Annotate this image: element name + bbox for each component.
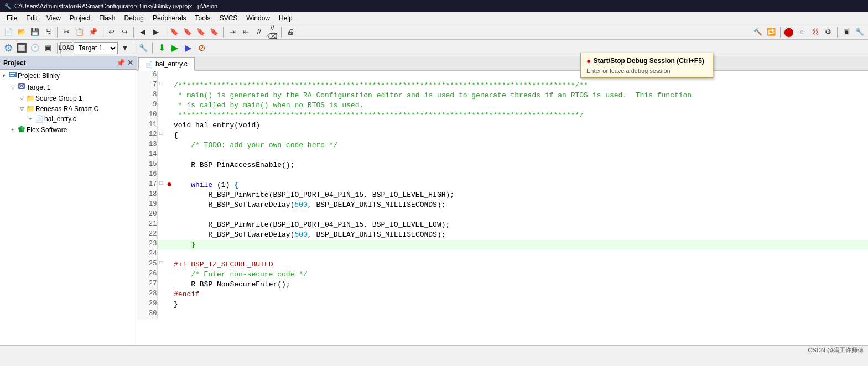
breakpoint-cell[interactable] [165, 210, 174, 220]
pin-config-btn[interactable]: 🔲 [15, 42, 28, 54]
breakpoint-cell[interactable] [165, 121, 174, 130]
more1-btn[interactable]: ▣ [42, 42, 54, 54]
breakpoint-cell[interactable] [165, 270, 174, 280]
tree-item-renesas-ra[interactable]: ▽📁Renesas RA Smart C [0, 103, 137, 114]
fold-marker[interactable]: □ [157, 180, 165, 190]
undo-btn[interactable]: ↩ [105, 26, 117, 38]
tree-toggle[interactable]: ▽ [18, 106, 25, 112]
fold-marker[interactable]: □ [157, 81, 165, 91]
code-line-30: 30 [137, 310, 868, 320]
breakpoint-cell[interactable] [165, 280, 174, 290]
tree-toggle[interactable]: ▽ [9, 85, 17, 90]
fwd-btn[interactable]: ▶ [150, 26, 162, 38]
build-target-btn[interactable]: 🔨 [752, 26, 764, 38]
bookmark3-btn[interactable]: 🔖 [195, 26, 207, 38]
breakpoint-cell[interactable] [165, 81, 174, 91]
menu-item-flash[interactable]: Flash [95, 13, 119, 23]
target-select[interactable]: Target 1 [74, 42, 118, 54]
config-btn[interactable]: 🔧 [854, 26, 866, 38]
clock-config-btn[interactable]: 🕐 [29, 42, 41, 54]
breakpoint-cell[interactable] [165, 300, 174, 310]
tree-item-project-blinky[interactable]: ▼Project: Blinky [0, 70, 137, 81]
breakpoint-cell[interactable] [165, 200, 174, 210]
redo-btn[interactable]: ↪ [118, 26, 131, 38]
bookmark4-btn[interactable]: 🔖 [208, 26, 220, 38]
breakpoint-cell[interactable] [165, 111, 174, 121]
open-btn[interactable]: 📂 [15, 26, 28, 38]
breakpoint-cell[interactable] [165, 91, 174, 101]
tree-item-target-1[interactable]: ▽Target 1 [0, 81, 137, 93]
connect-btn[interactable]: ⛓ [809, 26, 821, 38]
breakpoint-cell[interactable] [165, 160, 174, 170]
breakpoint-cell[interactable] [165, 260, 174, 270]
tab-hal-entry-tab[interactable]: 📄hal_entry.c [138, 57, 195, 71]
close-icon[interactable]: ✕ [127, 59, 133, 67]
debug-start-btn[interactable]: ▶ [182, 42, 194, 54]
menu-item-tools[interactable]: Tools [191, 13, 215, 23]
tree-toggle[interactable]: + [9, 127, 17, 133]
paste-btn[interactable]: 📌 [87, 26, 99, 38]
back-btn[interactable]: ◀ [137, 26, 149, 38]
manage-btn[interactable]: 🔧 [137, 42, 149, 54]
target-options-btn[interactable]: ▼ [119, 42, 131, 54]
bookmark1-btn[interactable]: 🔖 [168, 26, 180, 38]
indent-btn[interactable]: ⇥ [226, 26, 238, 38]
tree-item-source-group-1[interactable]: ▽📁Source Group 1 [0, 93, 137, 103]
breakpoint-cell[interactable] [165, 230, 174, 240]
save-btn[interactable]: 💾 [29, 26, 41, 38]
breakpoint-cell[interactable] [165, 220, 174, 230]
uncomment-btn[interactable]: //⌫ [266, 26, 278, 38]
tree-item-hal-entry[interactable]: +📄hal_entry.c [0, 114, 137, 124]
breakpoint-cell[interactable] [165, 190, 174, 200]
code-line-14: 14 [137, 150, 868, 160]
tree-item-flex-software[interactable]: +Flex Software [0, 124, 137, 135]
breakpoint-cell[interactable] [165, 290, 174, 300]
menu-item-debug[interactable]: Debug [120, 13, 148, 23]
cut-btn[interactable]: ✂ [60, 26, 72, 38]
breakpoint-cell[interactable] [165, 240, 174, 250]
breakpoint-cell[interactable] [165, 250, 174, 260]
breakpoint-cell[interactable] [165, 150, 174, 160]
download-btn[interactable]: ⬇ [155, 42, 168, 54]
menu-item-window[interactable]: Window [242, 13, 274, 23]
bookmark2-btn[interactable]: 🔖 [181, 26, 194, 38]
new-btn[interactable]: 📄 [2, 26, 14, 38]
menu-item-edit[interactable]: Edit [22, 13, 42, 23]
copy-btn[interactable]: 📋 [74, 26, 86, 38]
comment-btn[interactable]: // [253, 26, 265, 38]
stop-debug-btn[interactable]: ⬤ [783, 27, 794, 38]
pin-icon[interactable]: 📌 [116, 59, 125, 67]
breakpoint-cell[interactable] [165, 130, 174, 140]
rebuild-btn[interactable]: 🔁 [765, 26, 777, 38]
menu-item-help[interactable]: Help [274, 13, 297, 23]
unindent-btn[interactable]: ⇤ [240, 26, 252, 38]
view-toggle-btn[interactable]: ▣ [840, 26, 853, 38]
breakpoint-cell[interactable] [165, 140, 174, 150]
fold-marker[interactable]: □ [157, 260, 165, 270]
menu-item-file[interactable]: File [2, 13, 22, 23]
load-btn[interactable]: LOAD [60, 42, 72, 54]
erase-btn[interactable]: ⊘ [195, 42, 207, 54]
tree-toggle[interactable]: ▽ [18, 96, 25, 101]
breakpoint-cell[interactable] [165, 170, 174, 180]
save-all-btn[interactable]: 🖫 [42, 26, 54, 38]
editor-area[interactable]: 6 7□/***********************************… [137, 71, 868, 345]
print-btn[interactable]: 🖨 [284, 26, 297, 38]
ra-config-btn[interactable]: ⚙ [2, 42, 14, 54]
fold-marker[interactable]: □ [157, 130, 165, 140]
run-btn[interactable]: ▶ [169, 42, 181, 54]
menu-item-peripherals[interactable]: Peripherals [148, 13, 191, 23]
breakpoint-cell[interactable] [165, 101, 174, 111]
breakpoint-cell[interactable] [165, 71, 174, 81]
tree-toggle[interactable]: + [27, 116, 34, 122]
breakpoint-cell[interactable] [165, 310, 174, 320]
tree-toggle[interactable]: ▼ [0, 73, 8, 79]
breakpoint-cell[interactable]: ● [165, 180, 174, 190]
menu-item-svcs[interactable]: SVCS [215, 13, 242, 23]
settings-btn[interactable]: ⚙ [822, 26, 834, 38]
code-content: #if BSP_TZ_SECURE_BUILD [174, 260, 868, 270]
menu-item-project[interactable]: Project [65, 13, 95, 23]
menu-item-view[interactable]: View [42, 13, 65, 23]
status-bar: CSDN @码工许师傅 [0, 345, 868, 355]
step-btn[interactable]: ○ [796, 26, 808, 38]
